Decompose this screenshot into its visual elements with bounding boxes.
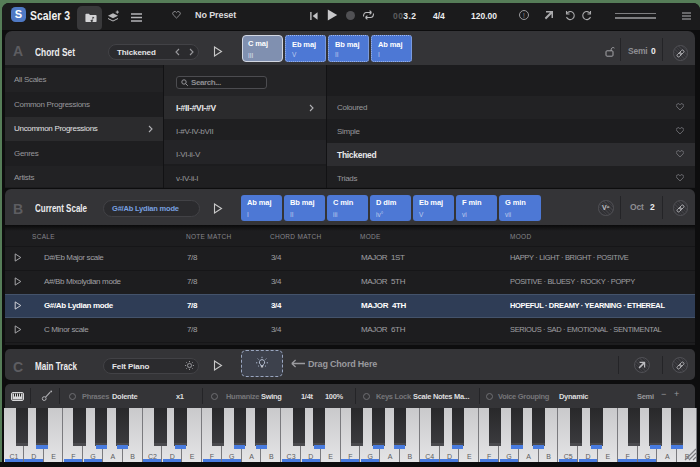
svg-text:Scaler 3: Scaler 3 (30, 8, 70, 23)
svg-text:Chord Set: Chord Set (35, 46, 75, 58)
svg-text:Main Track: Main Track (35, 360, 78, 372)
svg-text:Current Scale: Current Scale (35, 202, 87, 214)
